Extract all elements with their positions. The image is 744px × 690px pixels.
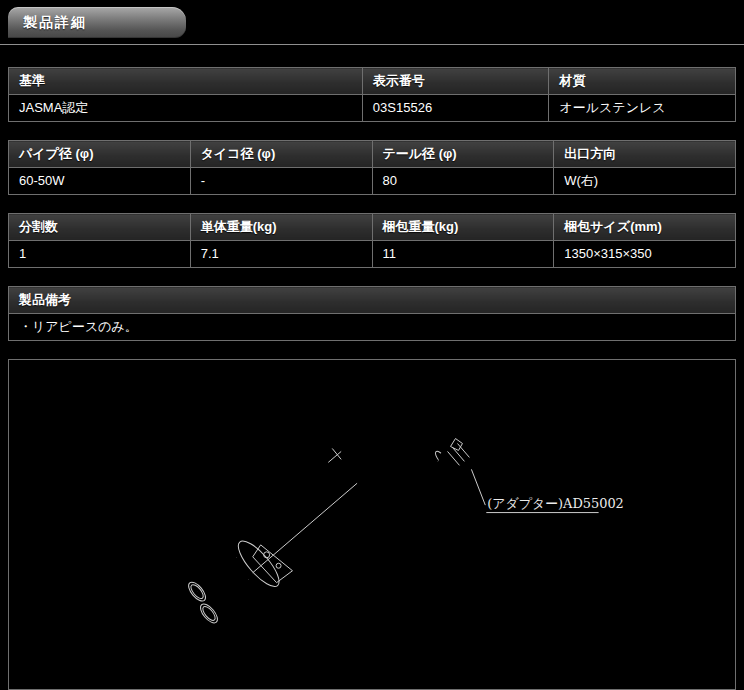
tab-product-detail[interactable]: 製品詳細 — [8, 7, 186, 38]
table-data-row: 60-50W - 80 W(右) — [9, 168, 736, 195]
tab-bar: 製品詳細 — [0, 0, 744, 45]
cell-package-size: 1350×315×350 — [554, 241, 736, 268]
cell-tail-diameter: 80 — [372, 168, 554, 195]
table-header-row: 分割数 単体重量(kg) 梱包重量(kg) 梱包サイズ(mm) — [9, 214, 736, 241]
exhaust-tips-drawing — [186, 558, 249, 626]
cell-taiko-diameter: - — [190, 168, 372, 195]
cell-material: オールステンレス — [549, 95, 736, 122]
tab-product-detail-label: 製品詳細 — [23, 14, 87, 32]
cell-pipe-diameter: 60-50W — [9, 168, 191, 195]
column-header-split-count: 分割数 — [9, 214, 191, 241]
cell-remarks: ・リアピースのみ。 — [9, 314, 736, 341]
adapter-part-label: (アダプター)AD55002 — [487, 496, 624, 511]
column-header-tail-diameter: テール径 (φ) — [372, 141, 554, 168]
remarks-table: 製品備考 ・リアピースのみ。 — [8, 286, 736, 341]
table-data-row: JASMA認定 03S15526 オールステンレス — [9, 95, 736, 122]
cell-outlet-direction: W(右) — [554, 168, 736, 195]
table-data-row: ・リアピースのみ。 — [9, 314, 736, 341]
cell-unit-weight: 7.1 — [190, 241, 372, 268]
column-header-remarks: 製品備考 — [9, 287, 736, 314]
cell-package-weight: 11 — [372, 241, 554, 268]
table-header-row: 基準 表示番号 材質 — [9, 68, 736, 95]
exhaust-rear-piece-drawing: (アダプター)AD55002 — [9, 360, 735, 689]
spec-table-standard: 基準 表示番号 材質 JASMA認定 03S15526 オールステンレス — [8, 67, 736, 122]
cell-split-count: 1 — [9, 241, 191, 268]
cell-display-number: 03S15526 — [362, 95, 549, 122]
spec-table-weights: 分割数 単体重量(kg) 梱包重量(kg) 梱包サイズ(mm) 1 7.1 11… — [8, 213, 736, 268]
hanger-rod-drawing — [350, 547, 378, 559]
column-header-pipe-diameter: パイプ径 (φ) — [9, 141, 191, 168]
column-header-outlet-direction: 出口方向 — [554, 141, 736, 168]
column-header-package-size: 梱包サイズ(mm) — [554, 214, 736, 241]
column-header-material: 材質 — [549, 68, 736, 95]
column-header-taiko-diameter: タイコ径 (φ) — [190, 141, 372, 168]
table-header-row: 製品備考 — [9, 287, 736, 314]
muffler-body-drawing — [232, 448, 357, 592]
column-header-package-weight: 梱包重量(kg) — [372, 214, 554, 241]
cell-standard: JASMA認定 — [9, 95, 363, 122]
table-data-row: 1 7.1 11 1350×315×350 — [9, 241, 736, 268]
label-leader-line — [471, 469, 485, 505]
table-header-row: パイプ径 (φ) タイコ径 (φ) テール径 (φ) 出口方向 — [9, 141, 736, 168]
column-header-unit-weight: 単体重量(kg) — [190, 214, 372, 241]
column-header-standard: 基準 — [9, 68, 363, 95]
product-drawing-panel: (アダプター)AD55002 — [8, 359, 736, 690]
column-header-display-number: 表示番号 — [362, 68, 549, 95]
spec-table-diameters: パイプ径 (φ) タイコ径 (φ) テール径 (φ) 出口方向 60-50W -… — [8, 140, 736, 195]
